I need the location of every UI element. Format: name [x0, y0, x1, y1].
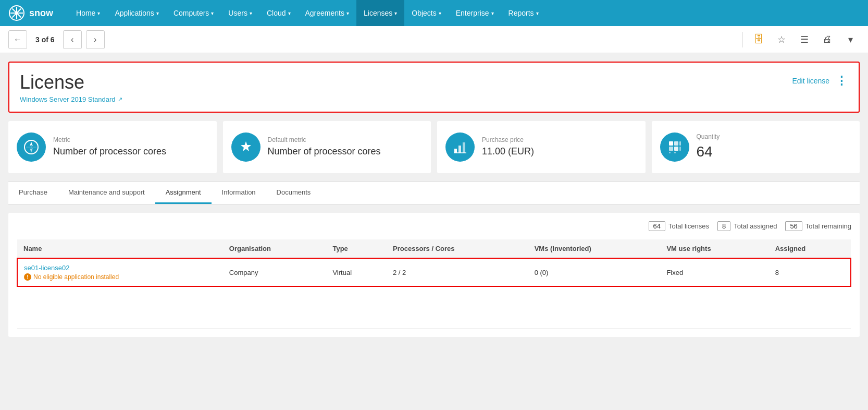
metric-card-price: Purchase price 11.00 (EUR) — [437, 121, 646, 173]
metric-value-default: Number of processor cores — [268, 146, 381, 158]
svg-rect-18 — [679, 141, 681, 146]
col-name: Name — [17, 239, 223, 258]
metric-value-price: 11.00 (EUR) — [482, 146, 534, 158]
tab-assignment[interactable]: Assignment — [155, 182, 212, 204]
database-button[interactable]: 🗄 — [749, 30, 768, 49]
metric-content-price: Purchase price 11.00 (EUR) — [482, 136, 534, 158]
metric-value-quantity: 64 — [697, 142, 720, 161]
svg-point-5 — [15, 11, 18, 15]
col-vms: VMs (Inventoried) — [528, 239, 661, 258]
list-button[interactable]: ☰ — [795, 30, 814, 49]
enterprise-caret: ▾ — [491, 10, 494, 16]
star-icon: ☆ — [777, 34, 786, 45]
svg-rect-17 — [674, 141, 678, 146]
col-vm-rights: VM use rights — [660, 239, 768, 258]
license-title: License — [20, 71, 122, 93]
license-actions: Edit license ⋮ — [792, 74, 848, 88]
warning-text: No eligible application installed — [33, 273, 119, 281]
nav-home[interactable]: Home ▾ — [69, 0, 107, 26]
snowflake-icon — [8, 5, 25, 21]
metric-icon-compass — [17, 132, 46, 162]
star-button[interactable]: ☆ — [772, 30, 791, 49]
metric-card-metric: Metric Number of processor cores — [8, 121, 217, 173]
cell-organisation: Company — [223, 258, 327, 286]
tab-maintenance[interactable]: Maintenance and support — [58, 182, 155, 204]
nav-reports[interactable]: Reports ▾ — [501, 0, 546, 26]
reports-caret: ▾ — [536, 10, 539, 16]
metric-cards: Metric Number of processor cores Default… — [8, 121, 860, 173]
top-navigation: snow Home ▾ Applications ▾ Computers ▾ U… — [0, 0, 868, 26]
row-link[interactable]: se01-license02 — [24, 264, 217, 272]
objects-caret: ▾ — [439, 10, 441, 16]
metric-label-price: Purchase price — [482, 136, 534, 143]
nav-applications[interactable]: Applications ▾ — [107, 0, 166, 26]
total-remaining-badge: 56 — [785, 221, 802, 231]
metric-content-default: Default metric Number of processor cores — [268, 136, 381, 158]
list-icon: ☰ — [800, 34, 809, 45]
cell-vms: 0 (0) — [528, 258, 661, 286]
col-type: Type — [326, 239, 387, 258]
nav-agreements[interactable]: Agreements ▾ — [298, 0, 356, 26]
svg-rect-21 — [679, 147, 681, 151]
license-subtitle-link[interactable]: Windows Server 2019 Standard ↗ — [20, 95, 122, 103]
tab-information[interactable]: Information — [212, 182, 266, 204]
more-icon: ▾ — [848, 34, 853, 45]
cell-assigned: 8 — [769, 258, 851, 286]
warning-icon: ! — [24, 273, 31, 281]
summary-total-licenses: 64 Total licenses — [649, 221, 710, 231]
home-caret: ▾ — [97, 10, 100, 16]
print-button[interactable]: 🖨 — [818, 30, 837, 49]
total-assigned-label: Total assigned — [734, 222, 777, 230]
tab-purchase[interactable]: Purchase — [8, 182, 58, 204]
pagination-text: 3 of 6 — [31, 35, 59, 44]
database-icon: 🗄 — [753, 33, 764, 45]
nav-computers[interactable]: Computers ▾ — [166, 0, 221, 26]
table-body: se01-license02 ! No eligible application… — [17, 258, 851, 328]
row-warning: ! No eligible application installed — [24, 273, 217, 281]
nav-enterprise[interactable]: Enterprise ▾ — [449, 0, 501, 26]
col-assigned: Assigned — [769, 239, 851, 258]
metric-content-quantity: Quantity 64 — [697, 133, 720, 161]
next-button[interactable]: › — [86, 30, 105, 49]
nav-users[interactable]: Users ▾ — [221, 0, 259, 26]
nav-cloud[interactable]: Cloud ▾ — [259, 0, 298, 26]
svg-rect-23 — [674, 152, 676, 153]
back-button[interactable]: ← — [8, 30, 27, 49]
nav-licenses[interactable]: Licenses ▾ — [356, 0, 404, 26]
cell-processors: 2 / 2 — [387, 258, 528, 286]
metric-card-default: Default metric Number of processor cores — [223, 121, 431, 173]
metric-icon-star — [231, 132, 261, 162]
tabs-bar: Purchase Maintenance and support Assignm… — [8, 182, 860, 204]
cell-vm-rights: Fixed — [660, 258, 768, 286]
assignment-section: 64 Total licenses 8 Total assigned 56 To… — [8, 213, 860, 337]
users-caret: ▾ — [250, 10, 252, 16]
svg-rect-20 — [674, 147, 678, 151]
toolbar: ← 3 of 6 ‹ › 🗄 ☆ ☰ 🖨 ▾ — [0, 26, 868, 53]
metric-content-metric: Metric Number of processor cores — [53, 136, 166, 158]
toolbar-separator-1 — [742, 32, 743, 47]
metric-icon-chart — [445, 132, 475, 162]
prev-button[interactable]: ‹ — [63, 30, 82, 49]
app-logo: snow — [8, 5, 53, 21]
agreements-caret: ▾ — [346, 10, 349, 16]
edit-license-button[interactable]: Edit license — [792, 77, 829, 85]
total-licenses-badge: 64 — [649, 221, 665, 231]
app-name: snow — [29, 8, 53, 19]
metric-label-quantity: Quantity — [697, 133, 720, 140]
svg-rect-14 — [463, 142, 465, 153]
col-organisation: Organisation — [223, 239, 327, 258]
nav-items-list: Home ▾ Applications ▾ Computers ▾ Users … — [69, 0, 860, 26]
col-processors: Processors / Cores — [387, 239, 528, 258]
tab-documents[interactable]: Documents — [266, 182, 321, 204]
svg-rect-22 — [669, 152, 671, 153]
metric-value-metric: Number of processor cores — [53, 146, 166, 158]
more-button[interactable]: ▾ — [841, 30, 860, 49]
cell-type: Virtual — [326, 258, 387, 286]
license-header: License Windows Server 2019 Standard ↗ E… — [8, 62, 860, 113]
nav-objects[interactable]: Objects ▾ — [404, 0, 448, 26]
print-icon: 🖨 — [823, 34, 832, 45]
assignment-summary: 64 Total licenses 8 Total assigned 56 To… — [17, 221, 851, 231]
total-licenses-label: Total licenses — [668, 222, 709, 230]
more-options-button[interactable]: ⋮ — [836, 74, 848, 88]
cloud-caret: ▾ — [288, 10, 291, 16]
